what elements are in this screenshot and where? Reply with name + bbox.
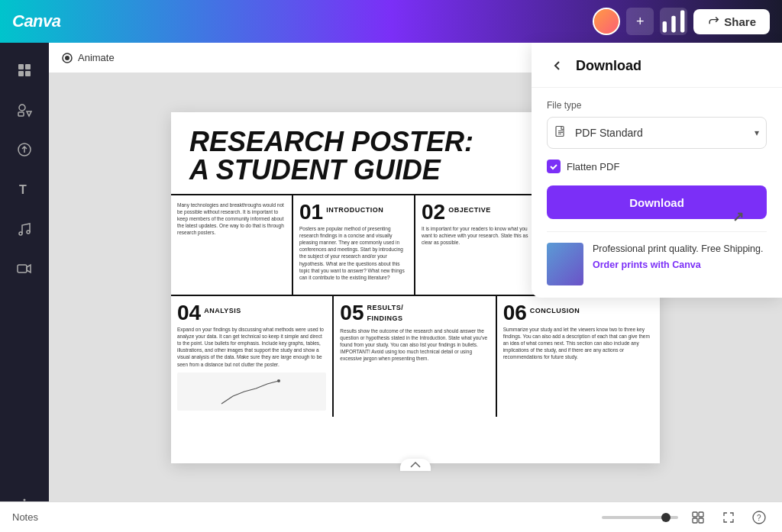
sidebar-item-video[interactable] bbox=[6, 250, 43, 287]
svg-rect-0 bbox=[663, 21, 667, 32]
flatten-pdf-checkbox[interactable] bbox=[547, 160, 561, 173]
sidebar-item-music[interactable] bbox=[6, 211, 43, 247]
download-button[interactable]: Download ↗ bbox=[547, 185, 767, 219]
svg-rect-2 bbox=[680, 11, 684, 33]
doc-cell-04: 04 Analysis Expand on your findings by d… bbox=[171, 296, 334, 417]
svg-text:T: T bbox=[19, 183, 27, 196]
svg-rect-14 bbox=[18, 265, 27, 272]
expand-icon bbox=[722, 511, 735, 524]
doc-cell-05: 05 RESULTS/ FINDINGS Results show the ou… bbox=[334, 296, 496, 417]
svg-point-7 bbox=[19, 105, 25, 111]
music-icon bbox=[17, 221, 32, 237]
upload-icon bbox=[17, 142, 32, 157]
pdf-icon bbox=[554, 126, 567, 140]
chevron-up-icon bbox=[410, 462, 421, 468]
check-icon bbox=[549, 162, 558, 171]
doc-intro-cell: Many technologies and breakthroughs woul… bbox=[171, 195, 293, 295]
svg-rect-6 bbox=[25, 71, 31, 76]
video-icon bbox=[17, 261, 32, 276]
cursor-indicator: ↗ bbox=[732, 208, 744, 225]
panel-header: Download bbox=[532, 43, 782, 88]
grid-view-button[interactable] bbox=[687, 507, 709, 528]
svg-rect-9 bbox=[18, 112, 24, 116]
select-chevron-icon: ▾ bbox=[755, 127, 759, 138]
stats-button[interactable] bbox=[660, 8, 687, 35]
doc-cell-01: 01 Introduction Posters are popular meth… bbox=[293, 195, 415, 295]
doc-grid-bottom: 04 Analysis Expand on your findings by d… bbox=[171, 295, 660, 417]
print-promo-main: Professional print quality. Free Shippin… bbox=[593, 243, 767, 256]
help-icon: ? bbox=[752, 511, 766, 524]
svg-rect-3 bbox=[18, 64, 24, 69]
zoom-thumb bbox=[661, 513, 671, 522]
print-promo-link[interactable]: Order prints with Canva bbox=[593, 260, 767, 270]
print-promo: Professional print quality. Free Shippin… bbox=[547, 231, 767, 285]
svg-rect-22 bbox=[693, 512, 697, 517]
flatten-pdf-row: Flatten PDF bbox=[547, 160, 767, 173]
print-thumbnail bbox=[547, 243, 583, 285]
stats-icon bbox=[660, 8, 687, 35]
canva-logo: Canva bbox=[12, 11, 61, 31]
file-type-label: File type bbox=[547, 100, 767, 111]
svg-rect-23 bbox=[699, 512, 703, 517]
help-button[interactable]: ? bbox=[748, 507, 770, 528]
doc-cell-02: 02 Objective It is important for your re… bbox=[415, 195, 538, 295]
topbar: Canva + Share bbox=[0, 0, 782, 43]
expand-button[interactable] bbox=[718, 507, 739, 528]
svg-point-13 bbox=[27, 231, 30, 234]
text-icon: T bbox=[17, 182, 32, 197]
doc-cell-06: 06 Conclusion Summarize your study and l… bbox=[497, 296, 660, 417]
grid-view-icon bbox=[692, 511, 704, 524]
download-panel: Download File type PDF Standard PDF Prin… bbox=[532, 43, 782, 298]
svg-rect-25 bbox=[699, 518, 703, 523]
sidebar-item-upload[interactable] bbox=[6, 131, 43, 168]
svg-point-19 bbox=[65, 56, 69, 60]
svg-rect-5 bbox=[18, 71, 24, 76]
svg-rect-4 bbox=[25, 64, 31, 69]
animate-button[interactable]: Animate bbox=[61, 52, 115, 64]
elements-icon bbox=[17, 102, 32, 118]
avatar[interactable] bbox=[593, 8, 620, 35]
sidebar-item-text[interactable]: T bbox=[6, 171, 43, 208]
sidebar-item-elements[interactable] bbox=[6, 92, 43, 128]
svg-point-12 bbox=[19, 232, 22, 235]
add-button[interactable]: + bbox=[626, 8, 654, 35]
analysis-chart bbox=[218, 375, 286, 408]
svg-rect-24 bbox=[693, 518, 697, 523]
flatten-pdf-label[interactable]: Flatten PDF bbox=[567, 161, 619, 172]
sidebar-item-grid[interactable] bbox=[6, 52, 43, 89]
share-icon bbox=[707, 15, 719, 27]
bottombar: Notes ? bbox=[0, 501, 782, 532]
share-button[interactable]: Share bbox=[693, 9, 770, 34]
svg-point-20 bbox=[277, 379, 280, 382]
animate-icon bbox=[61, 52, 73, 64]
panel-back-button[interactable] bbox=[547, 55, 568, 76]
panel-title: Download bbox=[576, 58, 641, 74]
notes-label: Notes bbox=[12, 511, 38, 523]
panel-body: File type PDF Standard PDF Print PNG JPG… bbox=[532, 88, 782, 298]
file-type-select[interactable]: PDF Standard PDF Print PNG JPG SVG MP4 V… bbox=[547, 117, 767, 149]
file-type-select-wrapper: PDF Standard PDF Print PNG JPG SVG MP4 V… bbox=[547, 117, 767, 149]
zoom-slider[interactable] bbox=[602, 516, 678, 519]
sidebar: T bbox=[0, 43, 49, 532]
canvas-toggle[interactable] bbox=[400, 459, 431, 471]
svg-text:?: ? bbox=[757, 514, 761, 522]
svg-rect-1 bbox=[672, 16, 676, 33]
back-arrow-icon bbox=[551, 60, 564, 72]
grid-icon bbox=[17, 63, 32, 78]
svg-marker-8 bbox=[27, 111, 31, 116]
print-promo-text-area: Professional print quality. Free Shippin… bbox=[593, 243, 767, 270]
